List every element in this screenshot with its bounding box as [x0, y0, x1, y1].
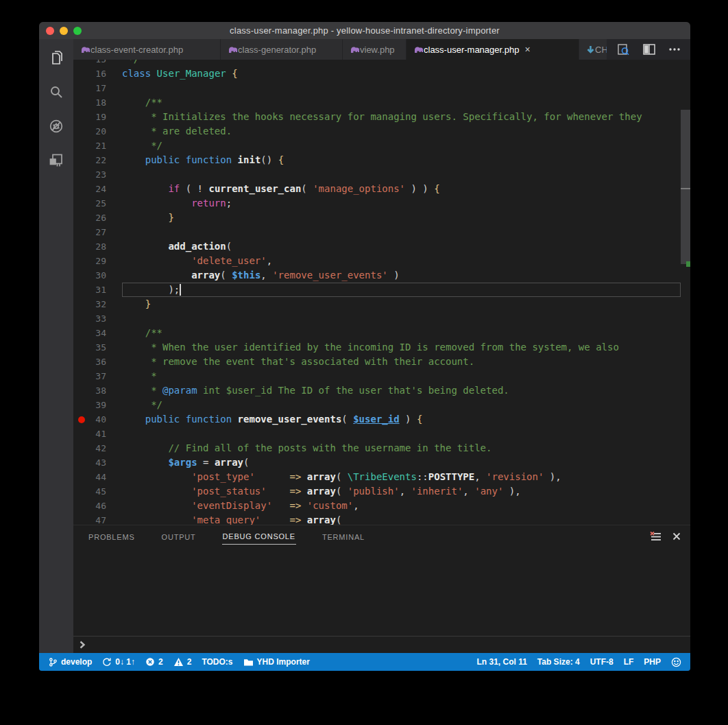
code-line-36[interactable]: 36 * remove the event that's associated … — [73, 355, 681, 369]
panel-tab-output[interactable]: OUTPUT — [161, 529, 197, 545]
status-lf[interactable]: LF — [624, 657, 634, 667]
breakpoint-indicator[interactable] — [78, 416, 85, 423]
code-line-47[interactable]: 47 'meta_query' => array( — [73, 513, 681, 525]
close-panel-icon[interactable] — [672, 532, 681, 540]
line-number-gutter[interactable]: 30 — [73, 268, 122, 283]
line-number-gutter[interactable]: 42 — [73, 441, 122, 455]
code-line-29[interactable]: 29 'delete_user', — [73, 254, 681, 268]
title-bar[interactable]: class-user-manager.php - yellow-house-in… — [39, 22, 690, 39]
line-number-gutter[interactable]: 40 — [73, 412, 122, 427]
code-line-19[interactable]: 19 * Initializes the hooks necessary for… — [73, 110, 681, 124]
code-line-24[interactable]: 24 if ( ! current_user_can( 'manage_opti… — [73, 182, 681, 196]
split-editor-icon[interactable] — [642, 43, 656, 56]
status-yhd-importer[interactable]: YHD Importer — [243, 657, 310, 667]
line-number-gutter[interactable]: 34 — [73, 326, 122, 340]
zoom-window-button[interactable] — [73, 27, 82, 35]
code-line-33[interactable]: 33 — [73, 311, 681, 326]
debug-console-input[interactable] — [73, 636, 690, 653]
line-number-gutter[interactable]: 38 — [73, 383, 122, 398]
code-line-43[interactable]: 43 $args = array( — [73, 455, 681, 470]
line-number-gutter[interactable]: 19 — [73, 110, 122, 124]
status-develop[interactable]: develop — [48, 657, 92, 667]
status-ln-31-col-11[interactable]: Ln 31, Col 11 — [476, 657, 526, 667]
code-content[interactable]: 15 */16class User_Manager {1718 /**19 * … — [73, 60, 681, 525]
code-line-28[interactable]: 28 add_action( — [73, 239, 681, 254]
line-number-gutter[interactable]: 36 — [73, 355, 122, 369]
line-number-gutter[interactable]: 21 — [73, 139, 122, 153]
editor-tab-class-event-creator-php[interactable]: class-event-creator.php — [73, 39, 221, 60]
activity-item-debug[interactable] — [47, 117, 65, 135]
code-line-21[interactable]: 21 */ — [73, 139, 681, 153]
code-line-18[interactable]: 18 /** — [73, 95, 681, 110]
line-number-gutter[interactable]: 33 — [73, 311, 122, 326]
status-2[interactable]: 2 — [145, 657, 163, 667]
line-number-gutter[interactable]: 25 — [73, 196, 122, 211]
line-number-gutter[interactable]: 32 — [73, 297, 122, 311]
more-actions-icon[interactable] — [668, 47, 681, 51]
line-number-gutter[interactable]: 41 — [73, 427, 122, 441]
code-line-41[interactable]: 41 — [73, 427, 681, 441]
close-window-button[interactable] — [46, 27, 54, 35]
line-number-gutter[interactable]: 37 — [73, 369, 122, 383]
activity-item-search[interactable] — [47, 83, 65, 101]
open-preview-icon[interactable] — [616, 43, 630, 56]
code-line-34[interactable]: 34 /** — [73, 326, 681, 340]
close-tab-icon[interactable]: × — [524, 45, 530, 54]
line-number-gutter[interactable]: 44 — [73, 470, 122, 484]
line-number-gutter[interactable]: 27 — [73, 225, 122, 239]
panel-tab-debug-console[interactable]: DEBUG CONSOLE — [222, 528, 296, 545]
code-line-45[interactable]: 45 'post_status' => array( 'publish', 'i… — [73, 484, 681, 499]
line-number-gutter[interactable]: 46 — [73, 499, 122, 513]
line-number-gutter[interactable]: 39 — [73, 398, 122, 412]
activity-item-extensions[interactable] — [47, 152, 65, 169]
line-number-gutter[interactable]: 18 — [73, 95, 122, 110]
code-line-16[interactable]: 16class User_Manager { — [73, 67, 681, 81]
code-line-40[interactable]: 40 public function remove_user_events( $… — [73, 412, 681, 427]
panel-tab-terminal[interactable]: TERMINAL — [321, 529, 365, 545]
line-number-gutter[interactable]: 43 — [73, 455, 122, 470]
code-line-27[interactable]: 27 — [73, 225, 681, 239]
code-line-42[interactable]: 42 // Find all of the posts with the use… — [73, 441, 681, 455]
code-line-44[interactable]: 44 'post_type' => array( \TribeEvents::P… — [73, 470, 681, 484]
line-number-gutter[interactable]: 15 — [73, 60, 122, 67]
code-editor[interactable]: 15 */16class User_Manager {1718 /**19 * … — [73, 60, 690, 525]
code-line-15[interactable]: 15 */ — [73, 60, 681, 67]
code-line-35[interactable]: 35 * When the user identified by the inc… — [73, 340, 681, 355]
status-smiley[interactable] — [671, 657, 681, 667]
line-number-gutter[interactable]: 22 — [73, 153, 122, 167]
line-number-gutter[interactable]: 16 — [73, 67, 122, 81]
status-todo-s[interactable]: TODO:s — [202, 657, 232, 667]
editor-scrollbar[interactable] — [681, 60, 690, 525]
line-number-gutter[interactable]: 26 — [73, 211, 122, 225]
line-number-gutter[interactable]: 24 — [73, 182, 122, 196]
scrollbar-thumb[interactable] — [681, 110, 690, 264]
editor-tab-view-php[interactable]: view.php — [343, 39, 407, 60]
code-line-32[interactable]: 32 } — [73, 297, 681, 311]
code-line-31[interactable]: 31 ); — [73, 283, 681, 297]
line-number-gutter[interactable]: 31 — [73, 283, 122, 297]
line-number-gutter[interactable]: 29 — [73, 254, 122, 268]
line-number-gutter[interactable]: 35 — [73, 340, 122, 355]
minimize-window-button[interactable] — [60, 27, 68, 35]
status-php[interactable]: PHP — [644, 657, 661, 667]
code-line-37[interactable]: 37 * — [73, 369, 681, 383]
line-number-gutter[interactable]: 23 — [73, 167, 122, 182]
code-line-30[interactable]: 30 array( $this, 'remove_user_events' ) — [73, 268, 681, 283]
status-0-1-[interactable]: 0↓ 1↑ — [102, 657, 135, 667]
status-2[interactable]: 2 — [173, 657, 192, 667]
code-line-23[interactable]: 23 — [73, 167, 681, 182]
code-line-20[interactable]: 20 * are deleted. — [73, 124, 681, 139]
panel-tab-problems[interactable]: PROBLEMS — [88, 529, 136, 545]
activity-item-explorer[interactable] — [47, 49, 65, 67]
code-line-17[interactable]: 17 — [73, 81, 681, 95]
code-line-46[interactable]: 46 'eventDisplay' => 'custom', — [73, 499, 681, 513]
code-line-39[interactable]: 39 */ — [73, 398, 681, 412]
line-number-gutter[interactable]: 45 — [73, 484, 122, 499]
clear-console-icon[interactable] — [650, 532, 662, 542]
line-number-gutter[interactable]: 47 — [73, 513, 122, 525]
status-tab-size-4[interactable]: Tab Size: 4 — [537, 657, 580, 667]
line-number-gutter[interactable]: 28 — [73, 239, 122, 254]
code-line-25[interactable]: 25 return; — [73, 196, 681, 211]
editor-tab-class-user-manager-php[interactable]: class-user-manager.php× — [407, 39, 579, 60]
code-line-22[interactable]: 22 public function init() { — [73, 153, 681, 167]
